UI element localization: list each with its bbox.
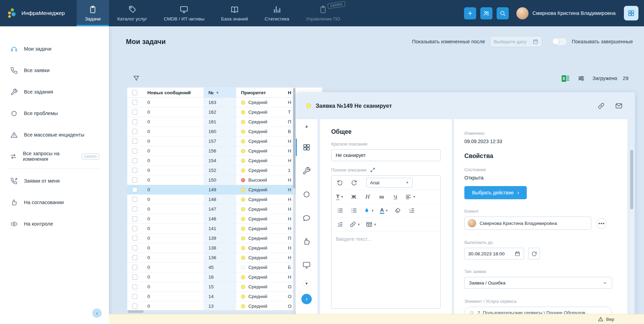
row-checkbox[interactable] (132, 284, 137, 289)
tab-comments-icon[interactable] (296, 213, 317, 222)
table-vertical-scrollbar[interactable] (293, 87, 295, 310)
show-completed-toggle[interactable] (552, 38, 567, 46)
sidebar-item-all-requests[interactable]: Все заявки (0, 60, 109, 81)
choose-action-button[interactable]: Выбрать действие› (464, 186, 527, 199)
scrollbar-thumb[interactable] (293, 88, 295, 189)
cell-priority: Средний (236, 156, 284, 165)
recalc-due-button[interactable] (528, 248, 540, 260)
user-menu[interactable]: Смирнова Кристина Владимировна (516, 7, 616, 19)
app-brand[interactable]: ИнфраМенеджер (0, 0, 77, 26)
redo-icon[interactable] (350, 178, 358, 187)
sidebar-item-on-approval[interactable]: На согласовании (0, 192, 109, 213)
row-checkbox[interactable] (132, 274, 137, 280)
client-more-button[interactable]: ••• (596, 218, 607, 229)
row-checkbox[interactable] (132, 129, 137, 134)
sidebar-item-requests-from-me[interactable]: Заявки от меня (0, 170, 109, 192)
send-email-icon[interactable] (615, 102, 622, 110)
row-checkbox[interactable] (132, 197, 137, 202)
request-type-select[interactable]: Заявка / Ошибка (464, 277, 612, 289)
col-header-priority[interactable]: Приоритет (236, 88, 284, 97)
tab-problems-icon[interactable] (296, 190, 317, 199)
apps-button[interactable] (624, 6, 638, 20)
sidebar-item-my-tasks[interactable]: Мои задачи (0, 38, 109, 60)
sidebar-collapse-button[interactable]: ‹ (92, 308, 102, 318)
nav-item-kb[interactable]: База знаний (213, 0, 256, 26)
row-checkbox[interactable] (132, 148, 137, 154)
font-family-select[interactable]: Arial▼ (366, 178, 413, 187)
sidebar-item-on-control[interactable]: На контроле (0, 213, 109, 235)
row-checkbox[interactable] (132, 207, 137, 212)
bullet-list-icon[interactable] (350, 206, 358, 215)
sidebar-item-all-jobs[interactable]: Все задания (0, 81, 109, 103)
date-filter-input[interactable]: Выберите дату (490, 36, 542, 47)
row-checkbox[interactable] (132, 265, 137, 270)
nav-item-stats[interactable]: Статистика (256, 0, 298, 26)
row-checkbox[interactable] (132, 294, 137, 299)
table-horizontal-scrollbar[interactable] (127, 310, 296, 313)
panel-scrollbar[interactable] (630, 148, 633, 323)
due-date-input[interactable]: 30.08.2023 18:00 (464, 248, 524, 260)
strip-scroll-up-icon[interactable]: ▲ (304, 124, 309, 128)
row-checkbox[interactable] (132, 304, 137, 309)
strip-scroll-down-icon[interactable]: ▾ (302, 281, 311, 286)
row-checkbox[interactable] (132, 245, 137, 251)
insert-link-button[interactable]: ▼ (350, 220, 360, 229)
copy-link-icon[interactable] (598, 102, 605, 110)
row-checkbox[interactable] (132, 177, 137, 183)
global-search-button[interactable] (497, 7, 509, 19)
tab-assets-icon[interactable] (296, 261, 317, 270)
create-button[interactable] (464, 7, 476, 19)
sidebar-item-all-problems[interactable]: Все проблемы (0, 103, 109, 124)
row-checkbox[interactable] (132, 255, 137, 260)
strikethrough-button[interactable]: за (377, 192, 386, 201)
col-header-number[interactable]: №▼ (204, 88, 236, 97)
sidebar-item-all-mass-incidents[interactable]: Все массовые инциденты (0, 124, 109, 146)
indent-icon[interactable] (408, 206, 416, 215)
short-desc-input[interactable]: Не сканирует (331, 149, 441, 161)
row-checkbox[interactable] (132, 100, 137, 105)
row-checkbox[interactable] (132, 216, 137, 221)
row-checkbox[interactable] (132, 236, 137, 241)
scrollbar-thumb[interactable] (630, 150, 633, 209)
highlight-color-button[interactable]: ▼ (363, 206, 374, 215)
clear-format-icon[interactable] (394, 206, 402, 215)
tab-approvals-icon[interactable] (296, 237, 317, 246)
excel-export-icon[interactable] (561, 74, 570, 83)
select-all-checkbox[interactable] (132, 90, 137, 95)
nav-item-catalog[interactable]: Каталог услуг (109, 0, 155, 26)
editor-textarea[interactable]: Введите текст... (332, 231, 440, 309)
ordered-list-icon[interactable]: 123 (336, 206, 344, 215)
sidebar-item-all-change-requests[interactable]: Все запросы на измененияСКОРО (0, 146, 109, 167)
filter-icon[interactable] (127, 75, 140, 82)
underline-button[interactable]: Ч (391, 192, 400, 201)
cell-priority: Средний (236, 204, 284, 214)
tab-jobs-icon[interactable] (296, 166, 317, 175)
scrollbar-thumb[interactable] (128, 310, 144, 313)
cell-number: 156 (204, 146, 236, 156)
nav-item-cmdb[interactable]: CMDB / ИТ-активы (155, 0, 213, 26)
contacts-button[interactable] (480, 7, 492, 19)
col-header-messages[interactable]: Новых сообщений (142, 88, 204, 97)
text-style-button[interactable]: Т▼ (336, 192, 344, 201)
row-checkbox[interactable] (132, 158, 137, 163)
outdent-icon[interactable] (336, 220, 344, 229)
bold-button[interactable]: Ж (350, 192, 358, 201)
row-checkbox[interactable] (132, 226, 137, 231)
insert-table-button[interactable]: ▼ (366, 220, 377, 229)
row-checkbox[interactable] (132, 119, 137, 124)
expand-icon[interactable] (370, 167, 375, 173)
align-button[interactable]: ▼ (405, 192, 416, 201)
row-checkbox[interactable] (132, 187, 137, 192)
editor-toolbar-row: Т▼ Ж Н за Ч ▼ (332, 190, 440, 203)
row-checkbox[interactable] (132, 139, 137, 144)
italic-button[interactable]: Н (363, 192, 372, 201)
font-color-button[interactable]: A▼ (380, 206, 388, 215)
tab-general-icon[interactable] (296, 143, 317, 152)
column-settings-icon[interactable] (577, 75, 585, 82)
undo-icon[interactable] (336, 178, 344, 187)
nav-item-tasks[interactable]: Задачи (77, 0, 109, 26)
client-field[interactable]: Смирнова Кристина Владимировна (464, 217, 591, 230)
row-checkbox[interactable] (132, 110, 137, 115)
expand-panel-button[interactable]: › (301, 294, 312, 304)
row-checkbox[interactable] (132, 168, 137, 173)
